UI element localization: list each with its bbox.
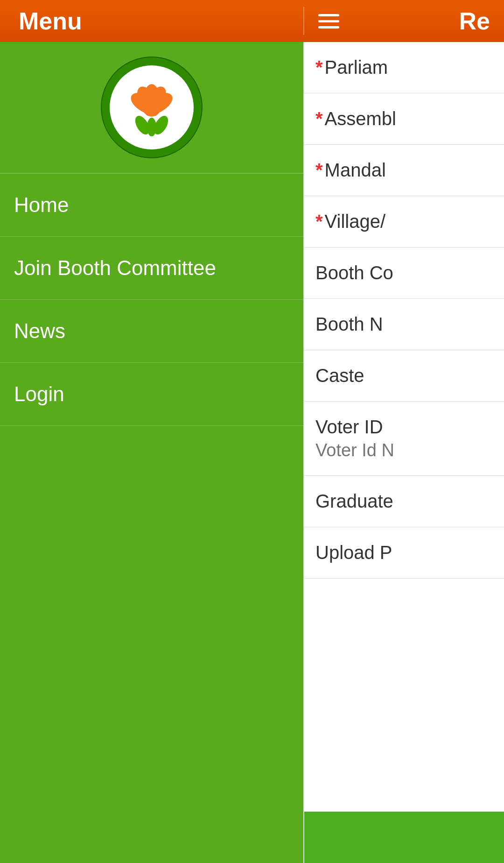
form-panel: *Parliam *Assembl *Mandal *Village/ Boot… bbox=[303, 42, 504, 863]
booth-committee-field: Booth Co bbox=[304, 248, 504, 299]
sidebar-item-home[interactable]: Home bbox=[0, 174, 303, 237]
sidebar-item-join-booth-committee[interactable]: Join Booth Committee bbox=[0, 237, 303, 300]
required-asterisk: * bbox=[315, 160, 323, 180]
re-label: Re bbox=[459, 7, 490, 35]
graduation-label: Graduate bbox=[315, 491, 393, 511]
sidebar-logo-area: AP BJP Membership App bbox=[0, 42, 303, 174]
menu-section: Menu bbox=[0, 7, 303, 35]
booth-number-label: Booth N bbox=[315, 314, 383, 334]
parliament-label: Parliam bbox=[325, 57, 388, 78]
header-right: Re bbox=[303, 7, 504, 35]
menu-title: Menu bbox=[19, 7, 82, 35]
mandal-label: Mandal bbox=[325, 160, 386, 180]
voter-id-field: Voter ID bbox=[304, 402, 504, 476]
caste-label: Caste bbox=[315, 365, 364, 386]
voter-id-input[interactable] bbox=[315, 440, 493, 460]
parliament-field: *Parliam bbox=[304, 42, 504, 93]
upload-photo-label: Upload P bbox=[315, 542, 392, 563]
village-field: *Village/ bbox=[304, 196, 504, 248]
hamburger-icon[interactable] bbox=[318, 14, 339, 28]
sidebar-nav: Home Join Booth Committee News Login bbox=[0, 174, 303, 426]
sidebar: AP BJP Membership App Home Join Booth Co… bbox=[0, 42, 303, 863]
mandal-field: *Mandal bbox=[304, 145, 504, 196]
bjp-logo: AP BJP Membership App bbox=[100, 56, 203, 159]
assembly-field: *Assembl bbox=[304, 93, 504, 145]
app-header: Menu Re bbox=[0, 0, 504, 42]
booth-number-field: Booth N bbox=[304, 299, 504, 350]
assembly-label: Assembl bbox=[325, 108, 396, 129]
booth-committee-label: Booth Co bbox=[315, 262, 393, 283]
voter-id-label: Voter ID bbox=[315, 417, 383, 437]
graduation-field: Graduate bbox=[304, 476, 504, 527]
required-asterisk: * bbox=[315, 57, 323, 78]
svg-rect-10 bbox=[150, 121, 153, 133]
submit-button[interactable] bbox=[304, 812, 504, 863]
caste-field: Caste bbox=[304, 350, 504, 402]
required-asterisk: * bbox=[315, 108, 323, 129]
upload-photo-field: Upload P bbox=[304, 527, 504, 579]
required-asterisk: * bbox=[315, 211, 323, 232]
sidebar-item-news[interactable]: News bbox=[0, 300, 303, 363]
village-label: Village/ bbox=[325, 211, 385, 232]
sidebar-item-login[interactable]: Login bbox=[0, 363, 303, 426]
